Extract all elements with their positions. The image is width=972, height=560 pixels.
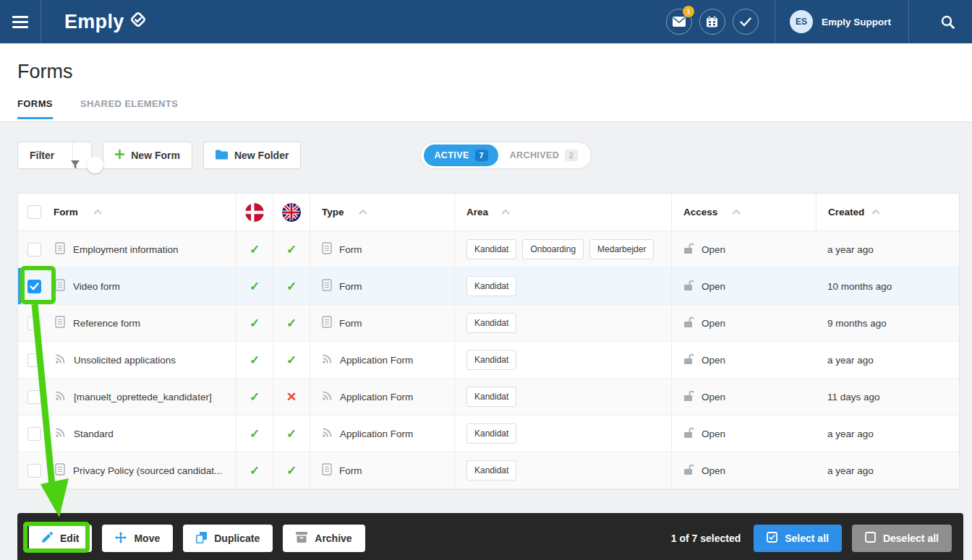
access-label: Open bbox=[702, 428, 725, 439]
form-document-icon bbox=[55, 463, 65, 478]
search-icon bbox=[941, 15, 955, 29]
feed-icon bbox=[55, 427, 66, 440]
column-header-english[interactable] bbox=[273, 194, 310, 231]
form-type-icon bbox=[322, 242, 332, 257]
row-checkbox[interactable] bbox=[27, 243, 41, 257]
form-name[interactable]: Video form bbox=[73, 281, 120, 292]
tab-bar: FORMS SHARED ELEMENTS bbox=[17, 98, 955, 119]
calendar-button[interactable] bbox=[699, 9, 725, 35]
column-header-area[interactable]: Area bbox=[466, 207, 488, 217]
new-folder-button[interactable]: New Folder bbox=[203, 142, 301, 169]
tasks-button[interactable] bbox=[733, 9, 759, 35]
toolbar: Filter New Form New Folder bbox=[17, 142, 960, 169]
row-checkbox[interactable] bbox=[27, 353, 41, 367]
user-menu[interactable]: ES Emply Support bbox=[790, 10, 891, 33]
hamburger-menu-icon[interactable] bbox=[0, 0, 41, 43]
area-tag: Onboarding bbox=[522, 239, 584, 259]
selection-count: 1 of 7 selected bbox=[671, 533, 741, 544]
plus-icon bbox=[115, 150, 124, 161]
filter-button[interactable]: Filter bbox=[17, 142, 92, 169]
sort-caret-icon bbox=[359, 210, 367, 215]
row-checkbox[interactable] bbox=[27, 464, 41, 478]
archive-button[interactable]: Archive bbox=[283, 525, 364, 552]
column-header-type[interactable]: Type bbox=[322, 207, 344, 217]
mail-badge: 1 bbox=[683, 6, 694, 17]
archive-label: Archive bbox=[315, 533, 351, 544]
check-icon bbox=[740, 17, 751, 27]
column-header-created[interactable]: Created bbox=[828, 207, 864, 217]
empty-box-icon bbox=[865, 532, 876, 545]
access-label: Open bbox=[702, 281, 725, 292]
open-lock-icon bbox=[683, 390, 694, 404]
feed-icon bbox=[55, 353, 66, 366]
area-tag: Kandidat bbox=[466, 387, 516, 407]
area-tag: Kandidat bbox=[466, 313, 516, 333]
danish-status: ✓ bbox=[250, 353, 260, 368]
table-row[interactable]: Standard ✓ ✓ Application Form Kandidat O… bbox=[18, 415, 959, 452]
form-name[interactable]: Employment information bbox=[73, 244, 179, 255]
column-header-form[interactable]: Form bbox=[54, 207, 78, 217]
access-label: Open bbox=[702, 465, 725, 476]
sort-caret-icon bbox=[501, 210, 510, 215]
english-status: ✕ bbox=[286, 389, 297, 405]
select-all-label: Select all bbox=[785, 533, 829, 544]
form-name[interactable]: [manuelt_oprettede_kandidater] bbox=[74, 392, 212, 402]
deselect-all-label: Deselect all bbox=[883, 533, 939, 544]
active-filter-button[interactable]: ACTIVE 7 bbox=[424, 145, 498, 166]
column-header-access[interactable]: Access bbox=[683, 207, 717, 217]
row-checkbox-checked[interactable] bbox=[27, 280, 41, 293]
archive-icon bbox=[296, 532, 307, 545]
table-row[interactable]: Privacy Policy (sourced candidat... ✓ ✓ … bbox=[18, 452, 959, 489]
move-button[interactable]: Move bbox=[102, 525, 173, 552]
sort-caret-icon bbox=[871, 210, 880, 215]
deselect-all-button[interactable]: Deselect all bbox=[852, 525, 952, 552]
access-label: Open bbox=[702, 318, 725, 329]
row-checkbox[interactable] bbox=[27, 427, 41, 441]
tab-shared-elements[interactable]: SHARED ELEMENTS bbox=[80, 98, 178, 119]
table-row[interactable]: [manuelt_oprettede_kandidater] ✓ ✕ Appli… bbox=[18, 379, 959, 415]
duplicate-button[interactable]: Duplicate bbox=[183, 525, 273, 552]
feed-icon bbox=[322, 353, 333, 366]
row-checkbox[interactable] bbox=[27, 316, 41, 330]
calendar-icon bbox=[706, 16, 718, 27]
select-all-checkbox[interactable] bbox=[27, 205, 41, 219]
divider bbox=[908, 0, 909, 43]
table-row[interactable]: Reference form ✓ ✓ Form Kandidat Open 9 … bbox=[18, 305, 959, 342]
type-label: Form bbox=[339, 465, 362, 476]
form-name[interactable]: Unsolicited applications bbox=[74, 355, 176, 366]
feed-icon bbox=[55, 390, 66, 403]
created-label: 11 days ago bbox=[827, 392, 880, 402]
table-row[interactable]: Employment information ✓ ✓ Form Kandidat… bbox=[18, 231, 959, 268]
form-name[interactable]: Standard bbox=[74, 428, 114, 439]
table-row[interactable]: Unsolicited applications ✓ ✓ Application… bbox=[18, 342, 959, 379]
messages-button[interactable]: 1 bbox=[666, 9, 692, 35]
english-status: ✓ bbox=[286, 279, 297, 294]
feed-icon bbox=[322, 390, 333, 403]
danish-status: ✓ bbox=[250, 463, 260, 478]
new-form-button[interactable]: New Form bbox=[103, 142, 192, 169]
archived-filter-button[interactable]: ARCHIVED 2 bbox=[500, 150, 588, 161]
form-document-icon bbox=[55, 279, 65, 293]
uk-flag-icon bbox=[282, 203, 301, 222]
edit-button[interactable]: Edit bbox=[29, 525, 92, 552]
form-type-icon bbox=[322, 316, 332, 330]
select-all-button[interactable]: Select all bbox=[754, 525, 842, 552]
area-tag: Kandidat bbox=[466, 460, 516, 481]
column-header-danish[interactable] bbox=[236, 194, 273, 231]
danish-flag-icon bbox=[245, 203, 264, 222]
open-lock-icon bbox=[683, 427, 694, 441]
search-button[interactable] bbox=[924, 15, 972, 29]
page-title: Forms bbox=[17, 43, 955, 83]
form-name[interactable]: Privacy Policy (sourced candidat... bbox=[73, 465, 222, 476]
duplicate-label: Duplicate bbox=[214, 533, 260, 544]
folder-icon bbox=[216, 150, 228, 162]
type-label: Application Form bbox=[340, 392, 413, 402]
row-checkbox[interactable] bbox=[27, 390, 41, 404]
table-header-row: Form Type Area Access bbox=[18, 194, 959, 231]
access-label: Open bbox=[702, 355, 725, 366]
area-tag: Kandidat bbox=[466, 350, 516, 370]
tab-forms[interactable]: FORMS bbox=[17, 98, 53, 119]
form-name[interactable]: Reference form bbox=[73, 318, 140, 329]
open-lock-icon bbox=[683, 353, 694, 367]
table-row-selected[interactable]: Video form ✓ ✓ Form Kandidat Open 10 mon… bbox=[18, 268, 959, 305]
